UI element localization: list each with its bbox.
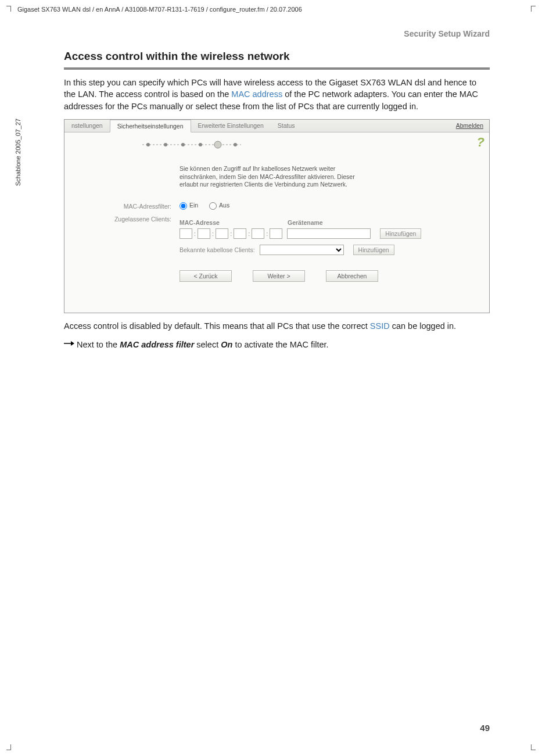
breadcrumb: Security Setup Wizard [64, 29, 490, 38]
svg-point-5 [214, 141, 221, 148]
cancel-button[interactable]: Abbrechen [326, 270, 378, 282]
tab-bar: nstellungen Sicherheitseinstellungen Erw… [64, 120, 489, 132]
radio-on-label[interactable]: Ein [180, 202, 198, 209]
ssid-link[interactable]: SSID [370, 321, 390, 331]
svg-point-1 [146, 143, 150, 146]
intro-paragraph: In this step you can specify which PCs w… [64, 77, 490, 112]
column-name-header: Gerätename [288, 219, 479, 226]
mac-address-link[interactable]: MAC address [231, 89, 282, 99]
post-text-2: can be logged in. [390, 321, 456, 331]
mac-octet-3[interactable] [216, 228, 228, 239]
tab-status[interactable]: Status [271, 120, 302, 131]
page-number: 49 [480, 723, 490, 733]
step-1e: to activate the MAC filter. [232, 340, 328, 349]
svg-point-4 [199, 143, 202, 146]
add-mac-button[interactable]: Hinzufügen [380, 228, 421, 239]
svg-marker-8 [71, 341, 74, 346]
post-paragraph: Access control is disabled by default. T… [64, 320, 490, 332]
tab-security-settings[interactable]: Sicherheitseinstellungen [110, 120, 191, 132]
step-1a: Next to the [77, 340, 120, 349]
wizard-progress [142, 141, 479, 149]
wizard-description: Sie können den Zugriff auf Ihr kabellose… [180, 165, 365, 189]
radio-off[interactable] [209, 202, 217, 210]
step-1b: MAC address filter [120, 340, 194, 349]
arrow-icon [64, 339, 77, 346]
radio-on-text: Ein [189, 202, 198, 209]
help-icon[interactable]: ? [477, 135, 484, 150]
header-path: Gigaset SX763 WLAN dsl / en AnnA / A3100… [17, 6, 302, 13]
router-ui-screenshot: nstellungen Sicherheitseinstellungen Erw… [64, 119, 490, 313]
radio-off-label[interactable]: Aus [209, 202, 229, 209]
tab-settings[interactable]: nstellungen [64, 120, 110, 131]
mac-octet-6[interactable] [270, 228, 282, 239]
mac-octet-5[interactable] [252, 228, 264, 239]
mac-octet-4[interactable] [234, 228, 246, 239]
mac-octet-1[interactable] [180, 228, 192, 239]
radio-off-text: Aus [219, 202, 229, 209]
svg-point-3 [181, 143, 185, 146]
known-clients-select[interactable] [260, 245, 344, 255]
template-version-label: Schablone 2005_07_27 [15, 119, 21, 186]
step-text: Next to the MAC address filter select On… [77, 339, 329, 350]
svg-point-6 [234, 143, 237, 146]
svg-point-2 [164, 143, 167, 146]
device-name-input[interactable] [287, 228, 371, 239]
allowed-clients-label: Zugelassene Clients: [75, 214, 180, 223]
mac-octet-2[interactable] [198, 228, 210, 239]
step-1d: On [221, 340, 232, 349]
logout-link[interactable]: Abmelden [456, 122, 489, 129]
radio-on[interactable] [180, 202, 187, 210]
known-clients-label: Bekannte kabellose Clients: [180, 246, 255, 253]
next-button[interactable]: Weiter > [253, 270, 305, 282]
step-item: Next to the MAC address filter select On… [64, 339, 490, 350]
add-known-button[interactable]: Hinzufügen [353, 245, 394, 255]
section-title: Access control within the wireless netwo… [64, 50, 490, 70]
step-1c: select [194, 340, 221, 349]
column-mac-header: MAC-Adresse [180, 219, 288, 226]
mac-filter-label: MAC-Adressfilter: [75, 202, 180, 210]
back-button[interactable]: < Zurück [180, 270, 232, 282]
post-text-1: Access control is disabled by default. T… [64, 321, 370, 331]
tab-advanced-settings[interactable]: Erweiterte Einstellungen [191, 120, 271, 131]
